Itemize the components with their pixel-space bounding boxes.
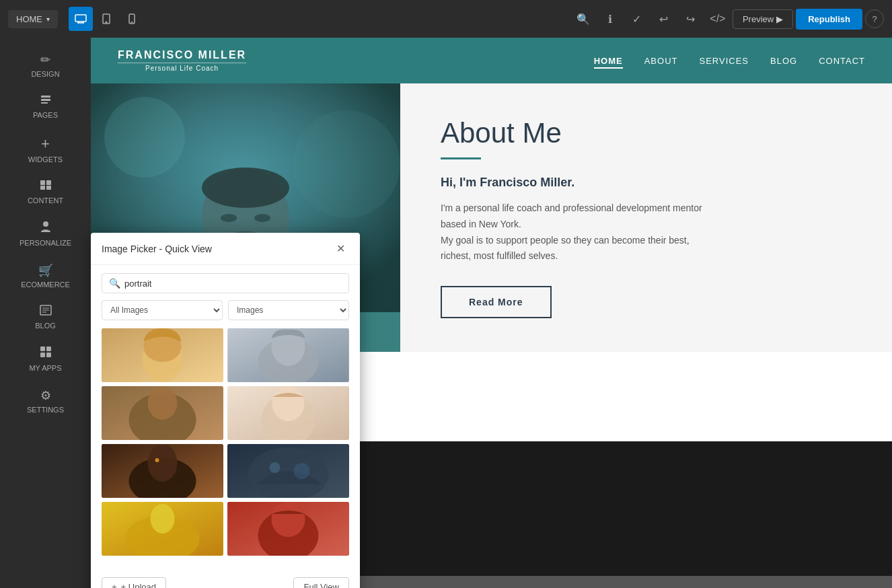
pages-icon — [40, 94, 52, 108]
page-selector-label: HOME — [16, 14, 42, 24]
sidebar: ✏ DESIGN PAGES + WIDGETS CONTENT PERSONA… — [0, 38, 91, 588]
redo-button[interactable]: ↪ — [679, 7, 703, 31]
svg-rect-22 — [40, 353, 45, 357]
nav-link-services[interactable]: SERVICES — [699, 56, 749, 66]
svg-point-5 — [106, 22, 107, 23]
preview-label: Preview — [743, 14, 774, 24]
preview-button[interactable]: Preview ▶ — [733, 9, 793, 29]
site-navigation: FRANCISCO MILLER Personal Life Coach HOM… — [91, 38, 892, 83]
sidebar-item-content[interactable]: CONTENT — [0, 173, 91, 211]
all-images-filter[interactable]: All Images — [102, 300, 223, 320]
sidebar-item-blog[interactable]: BLOG — [0, 298, 91, 336]
sidebar-label-my-apps: MY APPS — [29, 364, 61, 372]
help-button[interactable]: ? — [865, 9, 884, 28]
nav-item-services[interactable]: SERVICES — [699, 54, 749, 67]
svg-point-27 — [293, 110, 400, 218]
svg-point-45 — [148, 386, 178, 420]
svg-point-59 — [151, 504, 175, 534]
svg-point-32 — [202, 168, 289, 208]
svg-point-15 — [43, 221, 48, 227]
image-thumb-6[interactable] — [227, 444, 349, 498]
code-button[interactable]: </> — [706, 7, 730, 31]
undo-button[interactable]: ↩ — [652, 7, 676, 31]
nav-link-home[interactable]: HOME — [594, 56, 623, 69]
check-button[interactable]: ✓ — [625, 7, 649, 31]
gear-icon: ⚙ — [40, 388, 51, 403]
republish-button[interactable]: Republish — [796, 9, 862, 30]
logo-subtitle: Personal Life Coach — [118, 63, 246, 72]
plus-upload-icon: + — [112, 582, 117, 588]
sidebar-item-settings[interactable]: ⚙ SETTINGS — [0, 381, 91, 420]
sidebar-item-design[interactable]: ✏ DESIGN — [0, 46, 91, 85]
about-divider — [441, 157, 481, 159]
nav-item-blog[interactable]: BLOG — [770, 54, 797, 67]
nav-item-contact[interactable]: CONTACT — [819, 54, 865, 67]
person-icon — [40, 221, 51, 236]
page-selector[interactable]: HOME ▾ — [8, 10, 58, 28]
image-thumb-2[interactable] — [227, 328, 349, 382]
image-type-filter[interactable]: Images — [228, 300, 349, 320]
svg-point-36 — [254, 214, 270, 222]
svg-rect-13 — [40, 186, 45, 190]
sidebar-label-settings: SETTINGS — [27, 406, 64, 414]
nav-item-home[interactable]: HOME — [594, 54, 623, 67]
svg-point-35 — [221, 214, 237, 222]
sidebar-item-my-apps[interactable]: MY APPS — [0, 339, 91, 379]
about-name: Hi, I'm Francisco Miller. — [441, 176, 852, 190]
search-icon: 🔍 — [109, 278, 120, 289]
play-icon: ▶ — [776, 14, 783, 24]
filter-row: All Images Images — [102, 300, 349, 320]
svg-point-26 — [104, 97, 185, 178]
mobile-view-button[interactable] — [120, 7, 144, 31]
about-desc-3: My goal is to support people so they can… — [441, 235, 690, 246]
sidebar-label-content: CONTENT — [28, 196, 63, 205]
search-button[interactable]: 🔍 — [571, 7, 595, 31]
image-thumb-1[interactable] — [102, 328, 223, 382]
nav-item-about[interactable]: ABOUT — [644, 54, 678, 67]
search-row: 🔍 — [102, 273, 349, 293]
image-thumb-4[interactable] — [227, 386, 349, 440]
cart-icon: 🛒 — [38, 263, 53, 278]
nav-link-about[interactable]: ABOUT — [644, 56, 678, 66]
sidebar-item-pages[interactable]: PAGES — [0, 87, 91, 126]
svg-rect-14 — [46, 186, 51, 190]
svg-point-56 — [294, 463, 310, 479]
sidebar-item-ecommerce[interactable]: 🛒 ECOMMERCE — [0, 256, 91, 295]
sidebar-label-design: DESIGN — [31, 70, 59, 78]
svg-rect-21 — [46, 346, 51, 351]
full-view-button[interactable]: Full View — [293, 577, 349, 588]
svg-rect-0 — [75, 15, 86, 22]
svg-rect-20 — [40, 346, 45, 351]
svg-rect-11 — [40, 180, 45, 185]
modal-close-button[interactable]: ✕ — [332, 241, 349, 256]
image-thumb-5[interactable] — [102, 444, 223, 498]
content-icon — [40, 180, 52, 194]
info-button[interactable]: ℹ — [598, 7, 622, 31]
image-thumb-3[interactable] — [102, 386, 223, 440]
modal-footer: + + Upload Full View — [91, 572, 360, 588]
upload-button[interactable]: + + Upload — [102, 577, 166, 588]
site-menu: HOME ABOUT SERVICES BLOG CONTACT — [594, 54, 865, 67]
chevron-down-icon: ▾ — [46, 15, 50, 23]
svg-point-55 — [270, 462, 281, 473]
modal-title: Image Picker - Quick View — [102, 244, 212, 254]
nav-link-blog[interactable]: BLOG — [770, 56, 797, 66]
read-more-button[interactable]: Read More — [441, 286, 552, 318]
sidebar-item-widgets[interactable]: + WIDGETS — [0, 128, 91, 170]
sidebar-item-personalize[interactable]: PERSONALIZE — [0, 214, 91, 254]
svg-rect-23 — [46, 353, 51, 357]
svg-point-48 — [272, 386, 305, 421]
image-thumb-8[interactable] — [227, 502, 349, 556]
image-search-input[interactable] — [124, 279, 342, 289]
toolbar-actions: 🔍 ℹ ✓ ↩ ↪ </> Preview ▶ Republish ? — [571, 7, 884, 31]
apps-icon — [40, 346, 52, 361]
nav-link-contact[interactable]: CONTACT — [819, 56, 865, 66]
sidebar-label-pages: PAGES — [33, 111, 58, 119]
desktop-view-button[interactable] — [69, 7, 93, 31]
tablet-view-button[interactable] — [94, 7, 118, 31]
image-picker-modal: Image Picker - Quick View ✕ 🔍 All Images… — [91, 233, 360, 588]
svg-rect-12 — [46, 180, 51, 185]
image-thumb-7[interactable] — [102, 502, 223, 556]
svg-point-51 — [148, 444, 178, 482]
upload-label: + Upload — [121, 582, 156, 588]
